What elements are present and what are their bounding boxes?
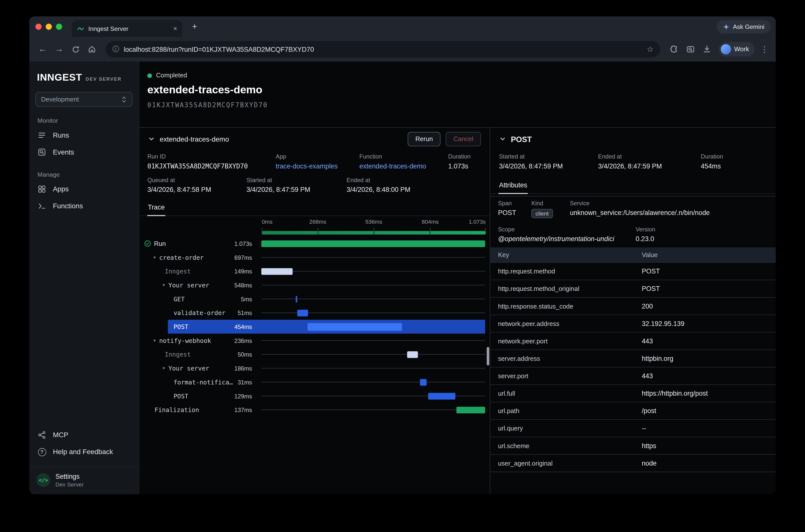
span-track bbox=[261, 251, 485, 265]
sidebar-item-label: Help and Feedback bbox=[53, 448, 113, 456]
sidebar-item-functions[interactable]: Functions bbox=[35, 197, 132, 214]
attr-key: url.path bbox=[490, 407, 642, 415]
new-tab-button[interactable]: + bbox=[188, 21, 201, 33]
trace-meta-row-1: Run ID 01KJXTWA35SA8D2MCQF7BXYD70 App tr… bbox=[139, 154, 490, 170]
attribute-row: server.port443 bbox=[490, 367, 776, 384]
axis-tick-label: 536ms bbox=[365, 219, 382, 225]
maximize-window-button[interactable] bbox=[56, 24, 62, 30]
attribute-row: server.addresshttpbin.org bbox=[490, 349, 776, 367]
site-info-icon[interactable]: ⓘ bbox=[113, 44, 119, 54]
version-value: 0.23.0 bbox=[636, 235, 655, 243]
browser-tab[interactable]: Inngest Server × bbox=[72, 20, 182, 37]
axis-tick-label: 268ms bbox=[310, 219, 326, 225]
bookmark-star-icon[interactable]: ☆ bbox=[647, 44, 654, 54]
function-link[interactable]: extended-traces-demo bbox=[359, 162, 448, 170]
logo-wordmark: INNGEST bbox=[37, 72, 82, 83]
tab-attributes[interactable]: Attributes bbox=[499, 178, 528, 194]
ended-at-value: 3/4/2026, 8:48:00 PM bbox=[347, 186, 410, 194]
kind-badge: client bbox=[531, 209, 553, 218]
extensions-button[interactable] bbox=[667, 42, 681, 56]
span-bar[interactable] bbox=[297, 309, 308, 316]
span-started-at: 3/4/2026, 8:47:59 PM bbox=[499, 162, 598, 170]
close-tab-icon[interactable]: × bbox=[173, 25, 177, 32]
attribute-row: url.query-- bbox=[490, 419, 776, 437]
trace-row-create-order[interactable]: ▾ create-order 697ms bbox=[139, 251, 490, 265]
scrollbar-thumb[interactable] bbox=[487, 347, 489, 365]
attr-key: server.address bbox=[490, 355, 642, 362]
chevron-down-icon[interactable]: ▾ bbox=[163, 366, 165, 370]
trace-minimap[interactable] bbox=[262, 231, 486, 234]
address-bar[interactable]: ⓘ localhost:8288/run?runID=01KJXTWA35SA8… bbox=[106, 41, 660, 57]
duration-value: 1.073s bbox=[448, 162, 471, 170]
inngest-logo: INNGEST DEV SERVER bbox=[35, 72, 132, 83]
trace-row-validate-order[interactable]: validate-order 51ms bbox=[139, 306, 490, 320]
sidebar-item-help[interactable]: ? Help and Feedback bbox=[35, 443, 132, 460]
rerun-button[interactable]: Rerun bbox=[408, 132, 441, 146]
span-name: Your server bbox=[169, 364, 209, 372]
attr-value: 443 bbox=[642, 337, 653, 345]
value-column-header: Value bbox=[642, 251, 658, 259]
downloads-button[interactable] bbox=[700, 42, 714, 56]
span-bar[interactable] bbox=[261, 268, 293, 275]
tab-title: Inngest Server bbox=[88, 25, 169, 32]
meta-label: Run ID bbox=[147, 154, 276, 160]
home-button[interactable] bbox=[85, 42, 98, 56]
span-bar[interactable] bbox=[261, 240, 485, 247]
span-bar[interactable] bbox=[407, 351, 418, 358]
attribute-row: user_agent.originalnode bbox=[490, 454, 776, 472]
sidebar-item-runs[interactable]: Runs bbox=[35, 127, 132, 144]
tab-trace[interactable]: Trace bbox=[147, 200, 165, 216]
span-bar[interactable] bbox=[456, 406, 485, 413]
span-bar[interactable] bbox=[420, 379, 426, 385]
app-link[interactable]: trace-docs-examples bbox=[276, 162, 359, 170]
span-name: POST bbox=[173, 393, 188, 400]
tab-search-button[interactable] bbox=[684, 42, 697, 56]
puzzle-icon bbox=[670, 44, 679, 54]
span-bar[interactable] bbox=[296, 296, 297, 302]
sidebar-item-apps[interactable]: Apps bbox=[35, 180, 132, 197]
profile-button[interactable]: Work bbox=[719, 42, 755, 56]
chevron-down-icon[interactable]: ▾ bbox=[154, 255, 155, 260]
attribute-row: network.peer.port443 bbox=[490, 332, 776, 349]
trace-row-your-server[interactable]: ▾ Your server 548ms bbox=[139, 278, 490, 292]
cancel-button[interactable]: Cancel bbox=[446, 132, 481, 146]
attr-key: http.response.status_code bbox=[490, 303, 642, 310]
chevron-down-icon[interactable]: ▾ bbox=[163, 283, 165, 287]
reload-button[interactable] bbox=[69, 42, 82, 56]
trace-row-post[interactable]: POST 129ms bbox=[139, 389, 490, 403]
attr-value: 200 bbox=[642, 302, 653, 310]
span-bar[interactable] bbox=[428, 393, 455, 399]
settings-block[interactable]: </> Settings Dev Server bbox=[30, 467, 139, 494]
trace-row-format-notification[interactable]: format-notifica… 31ms bbox=[139, 375, 490, 389]
trace-row-notify-webhook[interactable]: ▾ notify-webhook 236ms bbox=[139, 334, 490, 348]
details-meta-row: Started at 3/4/2026, 8:47:59 PM Ended at… bbox=[490, 154, 776, 170]
trace-row-inngest[interactable]: Inngest 50ms bbox=[139, 347, 490, 361]
trace-row-post-selected[interactable]: POST 454ms bbox=[139, 320, 490, 334]
browser-menu-button[interactable]: ⋮ bbox=[760, 44, 769, 54]
profile-label: Work bbox=[734, 46, 749, 53]
collapse-chevron-icon[interactable] bbox=[500, 136, 506, 142]
sidebar-item-events[interactable]: Events bbox=[35, 144, 132, 161]
span-track bbox=[261, 347, 485, 361]
key-column-header: Key bbox=[490, 251, 642, 259]
collapse-chevron-icon[interactable] bbox=[148, 136, 154, 142]
environment-select[interactable]: Development bbox=[35, 92, 132, 107]
trace-row-inngest[interactable]: Inngest 149ms bbox=[139, 264, 490, 278]
sidebar-item-label: Functions bbox=[53, 202, 83, 210]
ask-gemini-button[interactable]: Ask Gemini bbox=[717, 20, 771, 33]
trace-row-run[interactable]: Run 1.073s bbox=[139, 236, 490, 251]
back-button[interactable]: ← bbox=[36, 42, 49, 56]
forward-button[interactable]: → bbox=[52, 42, 66, 56]
minimize-window-button[interactable] bbox=[46, 24, 52, 30]
dev-server-icon: </> bbox=[36, 473, 50, 487]
scope-info-row: Scope @opentelemetry/instrumentation-und… bbox=[490, 223, 776, 247]
attr-key: url.full bbox=[490, 390, 642, 397]
close-window-button[interactable] bbox=[35, 24, 41, 30]
trace-row-finalization[interactable]: Finalization 137ms bbox=[139, 403, 490, 417]
trace-row-get[interactable]: GET 5ms bbox=[139, 292, 490, 306]
span-bar[interactable] bbox=[307, 323, 402, 330]
trace-row-your-server[interactable]: ▾ Your server 186ms bbox=[139, 361, 490, 375]
sidebar-item-mcp[interactable]: MCP bbox=[35, 426, 132, 443]
chevron-down-icon[interactable]: ▾ bbox=[154, 338, 155, 343]
status-dot-icon bbox=[147, 73, 152, 78]
